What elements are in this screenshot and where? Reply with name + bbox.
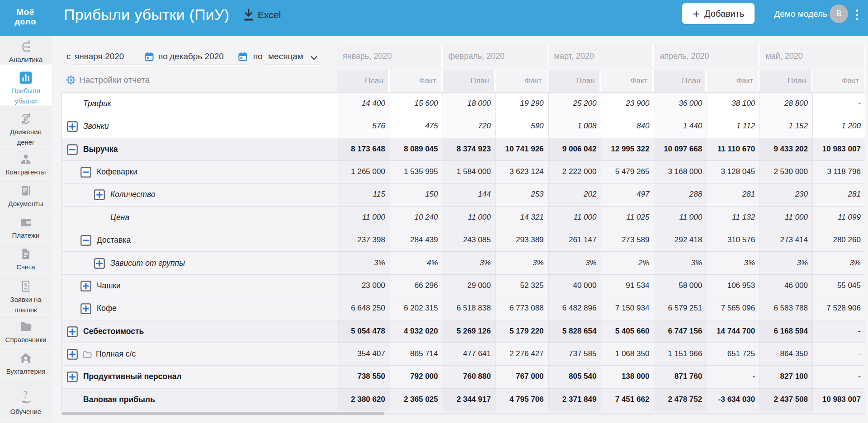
svg-text:₽: ₽ — [24, 115, 28, 122]
svg-text:$: $ — [24, 282, 28, 287]
svg-text:?: ? — [23, 391, 28, 400]
